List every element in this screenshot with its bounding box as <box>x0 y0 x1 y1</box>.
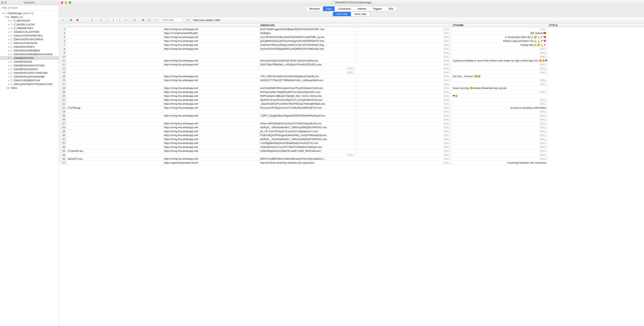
table-node-zwagroupmemberschange[interactable]: ▸ZWAGROUPMEMBERSCHANGE <box>0 52 59 56</box>
next-page-button[interactable] <box>117 18 122 22</box>
tab-ddl[interactable]: DDL <box>386 6 397 11</box>
table-row[interactable]: 36ia0cbd71.we...https://mmg-fna.whatsapp… <box>59 157 644 161</box>
table-row[interactable]: 7https://mmg-fna.whatsapp.net/4mEkeKCRM1… <box>59 43 644 47</box>
left-window-controls[interactable] <box>0 1 7 4</box>
table-row[interactable]: 29https://mmg-fna.whatsapp.net/yb_CP-Znw… <box>59 129 644 133</box>
tables-folder[interactable]: ▼Tables(18) <box>0 15 59 19</box>
tab-constraints[interactable]: Constraints <box>335 6 354 11</box>
table-row[interactable]: 30https://mmg-fna.whatsapp.net/FGtKCMQrZ… <box>59 133 644 137</box>
filter-by-name-input[interactable] <box>1 6 58 10</box>
table-row[interactable]: 27https://mmg-fna.whatsapp.net/3n4w-edPP… <box>59 122 644 125</box>
minimize-icon[interactable] <box>65 1 67 4</box>
table-row[interactable]: 22https://mmg-fna.whatsapp.net/_BaeASIZi… <box>59 102 644 106</box>
add-row-button[interactable] <box>68 18 74 22</box>
tab-data[interactable]: Data <box>323 6 335 11</box>
svg-rect-18 <box>10 35 12 35</box>
close-icon[interactable] <box>61 1 63 4</box>
tab-indexes[interactable]: Indexes <box>354 6 370 11</box>
table-row[interactable]: 6https://mmg-fna.whatsapp.net/g2OaBhRsle… <box>59 39 644 43</box>
data-grid[interactable]: ZMEDIAURLZTHUMBZTITLE 3https://mmg-fna.w… <box>59 23 644 326</box>
table-row[interactable]: 37https://upperwestmedia.net/20/wa-techn… <box>59 161 644 165</box>
table-row[interactable]: 3427cac4b4.we...https://mmg-fna.whatsapp… <box>59 149 644 153</box>
table-row[interactable]: 3https://mmg-fna.whatsapp.net/jN1fs7FpBP… <box>59 27 644 31</box>
column-header[interactable]: ZTITLE <box>548 23 644 27</box>
table-row[interactable]: 12https://mmg-fna.whatsapp.net/iG0X7tbig… <box>59 63 644 67</box>
prev-page-button[interactable] <box>104 18 110 22</box>
table-row[interactable]: 18https://mmg-fna.whatsapp.net/qAC24oDM8… <box>59 86 644 90</box>
subtab-grid-view[interactable]: Grid view <box>333 12 351 16</box>
table-node-zwavcardmention[interactable]: ▸ZWAVCARDMENTION <box>0 78 59 82</box>
table-row[interactable]: 28https://mmg-fna.whatsapp.net/wKRQA_-19… <box>59 125 644 129</box>
table-row[interactable]: 9NULLNULL <box>59 51 644 55</box>
column-header[interactable]: ZTHUMB <box>452 23 548 27</box>
page-input[interactable] <box>110 18 116 22</box>
column-header[interactable] <box>355 23 452 27</box>
table-row[interactable]: 13NULLNULLNULL <box>59 67 644 70</box>
table-node-zwagroupinfo[interactable]: ▸ZWAGROUPINFO <box>0 45 59 49</box>
zoom-icon[interactable] <box>69 1 71 4</box>
table-node-z_modelcache[interactable]: ▸Z_MODELCACHE <box>0 22 59 26</box>
table-row[interactable]: 26NULLNULL <box>59 118 644 122</box>
subtab-form-view[interactable]: Form view <box>351 12 370 16</box>
select-all-button[interactable] <box>140 18 146 22</box>
table-node-zwamessageinfo[interactable]: ▸ZWAMESSAGEINFO <box>0 67 59 71</box>
column-header[interactable] <box>163 23 259 27</box>
svg-rect-10 <box>10 27 12 28</box>
rollback-button[interactable] <box>90 18 95 22</box>
filter-data-input[interactable] <box>162 18 183 22</box>
view-tabs[interactable]: Grid viewForm view <box>333 12 370 16</box>
table-node-z_metadata[interactable]: ▸Z_METADATA <box>0 19 59 22</box>
refresh-button[interactable] <box>60 18 65 22</box>
table-row[interactable]: 5https://mmg-fna.whatsapp.net/Zy1nWI34n5… <box>59 35 644 39</box>
table-row[interactable]: 33https://mmg-fna.whatsapp.net/Z19Udh03k… <box>59 145 644 149</box>
table-row[interactable]: 31https://mmg-fna.whatsapp.net/wKRQA_-19… <box>59 137 644 141</box>
table-node-zwamessage[interactable]: ▸ZWAMESSAGE <box>0 60 59 64</box>
tab-triggers[interactable]: Triggers <box>370 6 386 11</box>
table-row[interactable]: 25https://mmg-fna.whatsapp.net/:1DRY_f2z… <box>59 114 644 118</box>
table-node-zwachatsession[interactable]: ▸ZWACHATSESSION <box>0 41 59 45</box>
table-node-zwamessagedataitem[interactable]: ▸ZWAMESSAGEDATAITEM <box>0 64 59 67</box>
filter-menu-button[interactable]: ▾ <box>184 18 191 22</box>
table-node-zwagroupmember[interactable]: ▸ZWAGROUPMEMBER <box>0 49 59 52</box>
first-page-button[interactable] <box>98 18 103 22</box>
print-button[interactable] <box>132 18 137 22</box>
data-toolbar: ▾ Total rows loaded: 2498 <box>59 17 644 23</box>
database-tree[interactable]: ▼ChatStorage(SQLite 3)▼Tables(18)▸Z_META… <box>0 10 59 326</box>
table-node-zwamediaitem[interactable]: ▸ZWAMEDIAITEM <box>0 56 59 60</box>
traffic-lights[interactable] <box>59 1 71 4</box>
table-row[interactable]: 17NULLNULL <box>59 82 644 86</box>
table-node-z_primarykey[interactable]: ▸Z_PRIMARYKEY <box>0 26 59 30</box>
clear-button[interactable] <box>153 18 158 22</box>
table-row[interactable]: 15https://mmg-fna.whatsapp.net/·RTc-YIKD… <box>59 74 644 78</box>
table-row[interactable]: 10NULLNULL <box>59 55 644 59</box>
table-node-zwaprofilepictureitem[interactable]: ▸ZWAPROFILEPICTUREITEM <box>0 71 59 75</box>
table-node-zwachatpushconfig[interactable]: ▸ZWACHATPUSHCONFIG <box>0 37 59 41</box>
column-header[interactable] <box>66 23 163 27</box>
table-row[interactable]: 19https://mmg-fna.whatsapp.net/8nPd0sVqf… <box>59 90 644 94</box>
table-row[interactable]: 14NULLNULLNULL <box>59 70 644 74</box>
tab-structure[interactable]: Structure <box>306 6 323 11</box>
table-row[interactable]: 32https://mmg-fna.whatsapp.net/i-5uD9giB… <box>59 141 644 145</box>
column-header[interactable]: ZMEDIAURL <box>259 23 355 27</box>
table-row[interactable]: 20https://mmg-fna.whatsapp.net/0WP2q3tqH… <box>59 94 644 98</box>
database-node[interactable]: ▼ChatStorage(SQLite 3) <box>0 11 59 15</box>
table-row[interactable]: 21https://mmg-fna.whatsapp.net/iEp892ChF… <box>59 98 644 102</box>
table-row[interactable]: 8https://mmg-fna.whatsapp.net/xfyAcnPXoG… <box>59 47 644 51</box>
table-row[interactable]: 35NULLNULLNULL <box>59 153 644 157</box>
table-node-zwachatproperties[interactable]: ▸ZWACHATPROPERTIES <box>0 34 59 37</box>
deselect-button[interactable] <box>147 18 152 22</box>
delete-row-button[interactable] <box>75 18 80 22</box>
table-row[interactable]: 4https://t.me/joinchat/NZBoaRnNy9bgFgNUL… <box>59 31 644 35</box>
main-tabs[interactable]: StructureDataConstraintsIndexesTriggersD… <box>306 6 397 11</box>
table-row[interactable]: 2307a765.jpghttps://mmg-fna.whatsapp.net… <box>59 106 644 110</box>
views-folder[interactable]: Views <box>0 86 59 90</box>
last-page-button[interactable] <box>124 18 129 22</box>
table-node-zwaz1paymenttransaction[interactable]: ▸ZWAZ1PAYMENTTRANSACTION <box>0 82 59 86</box>
table-node-zwaprofilepushname[interactable]: ▸ZWAPROFILEPUSHNAME <box>0 75 59 78</box>
table-node-zwablacklistitem[interactable]: ▸ZWABLACKLISTITEM <box>0 30 59 34</box>
table-row[interactable]: 11https://mmg-fna.whatsapp.net/ibvUceieU… <box>59 59 644 63</box>
rownum-header[interactable] <box>59 23 66 27</box>
commit-button[interactable] <box>83 18 88 22</box>
table-row[interactable]: 16https://mmg-fna.whatsapp.net/4oOEZ1T1T… <box>59 78 644 82</box>
table-row[interactable]: 24NULLNULL <box>59 110 644 114</box>
